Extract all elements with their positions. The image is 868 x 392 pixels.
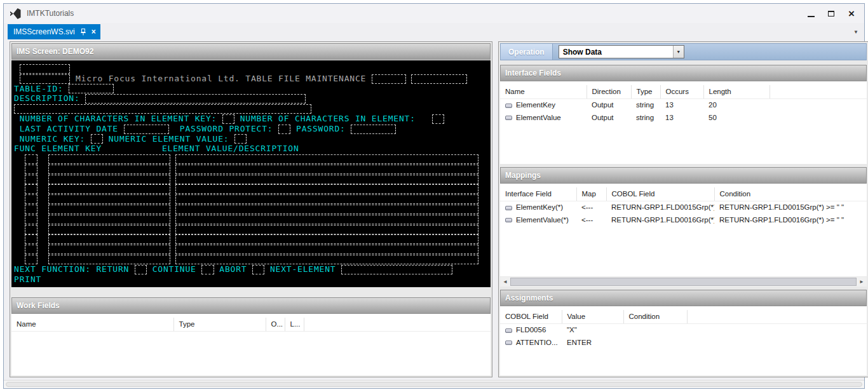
table-row[interactable]: ATTENTIO... ENTER bbox=[500, 336, 867, 349]
screen-input-field[interactable] bbox=[175, 225, 478, 234]
minimize-button[interactable] bbox=[801, 4, 821, 23]
table-row[interactable]: ElementKey(*) <--- RETURN-GRP1.FLD0015Gr… bbox=[500, 201, 867, 213]
column-header-direction[interactable]: Direction bbox=[587, 85, 631, 98]
scrollbar-thumb[interactable] bbox=[510, 278, 857, 286]
screen-input-field[interactable] bbox=[201, 265, 214, 274]
column-header-type[interactable]: Type bbox=[173, 318, 266, 331]
screen-input-field[interactable] bbox=[175, 215, 478, 224]
column-header-occurs[interactable]: O... bbox=[266, 318, 285, 331]
screen-input-field[interactable] bbox=[48, 154, 170, 164]
screen-input-field[interactable] bbox=[234, 134, 247, 144]
scrollbar-thumb[interactable] bbox=[6, 382, 862, 387]
operation-combobox[interactable]: Show Data ▼ bbox=[559, 45, 684, 58]
screen-input-field[interactable] bbox=[25, 154, 37, 164]
screen-input-field[interactable] bbox=[252, 265, 264, 274]
table-row[interactable]: ElementKey Output string 13 20 bbox=[500, 98, 867, 111]
screen-input-field[interactable] bbox=[85, 94, 306, 104]
screen-input-field[interactable] bbox=[175, 245, 478, 254]
screen-input-field[interactable] bbox=[91, 134, 103, 144]
pin-icon[interactable] bbox=[80, 29, 86, 36]
table-row[interactable]: ElementValue Output string 13 50 bbox=[500, 111, 867, 124]
column-header-condition[interactable]: Condition bbox=[623, 310, 687, 323]
screen-input-field[interactable] bbox=[25, 245, 37, 254]
screen-input-field[interactable] bbox=[175, 165, 478, 174]
screen-input-field[interactable] bbox=[20, 74, 71, 84]
screen-input-field[interactable] bbox=[175, 205, 478, 214]
screen-input-field[interactable] bbox=[69, 84, 114, 93]
screen-line bbox=[14, 204, 489, 214]
tab-overflow-chevron-icon[interactable]: ▼ bbox=[853, 29, 858, 35]
screen-input-field[interactable] bbox=[25, 205, 37, 214]
cell-length: 50 bbox=[703, 111, 770, 124]
screen-input-field[interactable] bbox=[48, 234, 170, 244]
cell-cobol-field: RETURN-GRP1.FLD0016Grp(*) bbox=[606, 213, 714, 226]
screen-input-field[interactable] bbox=[25, 225, 37, 234]
screen-input-field[interactable] bbox=[48, 255, 170, 264]
screen-input-field[interactable] bbox=[48, 215, 170, 224]
screen-input-field[interactable] bbox=[25, 165, 37, 174]
screen-input-field[interactable] bbox=[372, 74, 406, 84]
column-header-length[interactable]: Length bbox=[703, 85, 770, 98]
maximize-button[interactable] bbox=[821, 4, 841, 23]
screen-input-field[interactable] bbox=[25, 194, 37, 204]
screen-input-field[interactable] bbox=[278, 125, 290, 134]
screen-text: NUMERIC KEY: bbox=[20, 134, 91, 144]
column-header-name[interactable]: Name bbox=[11, 318, 173, 331]
screen-input-field[interactable] bbox=[14, 104, 311, 114]
screen-gap bbox=[170, 254, 176, 264]
screen-input-field[interactable] bbox=[25, 175, 37, 184]
scroll-left-icon[interactable]: ◄ bbox=[500, 277, 510, 287]
column-header-cobol-field[interactable]: COBOL Field bbox=[500, 310, 562, 323]
scroll-right-icon[interactable]: ► bbox=[857, 277, 867, 287]
screen-input-field[interactable] bbox=[48, 225, 170, 234]
combobox-dropdown-button[interactable]: ▼ bbox=[673, 46, 684, 58]
screen-input-field[interactable] bbox=[48, 175, 170, 184]
screen-input-field[interactable] bbox=[351, 125, 396, 134]
column-header-cobol-field[interactable]: COBOL Field bbox=[606, 187, 714, 201]
screen-input-field[interactable] bbox=[25, 184, 37, 194]
column-header-map[interactable]: Map bbox=[576, 187, 606, 201]
screen-input-field[interactable] bbox=[175, 255, 478, 264]
column-header-type[interactable]: Type bbox=[631, 85, 660, 98]
column-header-name[interactable]: Name bbox=[500, 85, 587, 98]
screen-input-field[interactable] bbox=[25, 215, 37, 224]
column-header-value[interactable]: Value bbox=[562, 310, 623, 323]
screen-input-field[interactable] bbox=[411, 74, 467, 84]
screen-input-field[interactable] bbox=[135, 265, 147, 274]
screen-input-field[interactable] bbox=[25, 234, 37, 244]
tab-imsscreenws[interactable]: IMSScreenWS.svi × bbox=[8, 24, 100, 39]
screen-input-field[interactable] bbox=[341, 265, 452, 274]
screen-gap bbox=[37, 224, 48, 234]
screen-line: NUMERIC KEY: NUMERIC ELEMENT VALUE: bbox=[14, 134, 489, 144]
ims-terminal-screen[interactable]: Micro Focus International Ltd. TABLE FIL… bbox=[11, 60, 491, 287]
screen-input-field[interactable] bbox=[175, 234, 478, 244]
screen-input-field[interactable] bbox=[175, 175, 478, 184]
screen-input-field[interactable] bbox=[48, 205, 170, 214]
tab-close-icon[interactable]: × bbox=[92, 28, 96, 36]
screen-input-field[interactable] bbox=[124, 125, 169, 134]
column-header-occurs[interactable]: Occurs bbox=[660, 85, 703, 98]
column-header-condition[interactable]: Condition bbox=[714, 187, 867, 201]
close-button[interactable]: × bbox=[841, 4, 862, 23]
screen-input-field[interactable] bbox=[48, 194, 170, 204]
screen-input-field[interactable] bbox=[48, 245, 170, 254]
screen-input-field[interactable] bbox=[25, 255, 37, 264]
screen-input-field[interactable] bbox=[432, 114, 444, 124]
screen-input-field[interactable] bbox=[222, 114, 234, 124]
screen-text: NUMBER OF CHARACTERS IN ELEMENT KEY: bbox=[20, 114, 222, 123]
screen-input-field[interactable] bbox=[48, 184, 170, 194]
bottom-scrollbar[interactable] bbox=[4, 380, 864, 388]
table-row[interactable]: ElementValue(*) <--- RETURN-GRP1.FLD0016… bbox=[500, 213, 867, 226]
table-row[interactable]: FLD0056 "X" bbox=[500, 323, 867, 336]
screen-input-field[interactable] bbox=[175, 194, 478, 204]
cell-cobol-field: FLD0056 bbox=[500, 323, 562, 336]
mappings-horizontal-scrollbar[interactable]: ◄ ► bbox=[500, 277, 867, 287]
screen-text: ELEMENT VALUE/DESCRIPTION bbox=[162, 144, 299, 153]
screen-input-field[interactable] bbox=[20, 64, 71, 74]
column-header-interface-field[interactable]: Interface Field bbox=[500, 187, 576, 201]
screen-input-field[interactable] bbox=[175, 154, 478, 164]
screen-input-field[interactable] bbox=[48, 165, 170, 174]
column-header-length[interactable]: L... bbox=[285, 318, 304, 331]
screen-input-field[interactable] bbox=[175, 184, 478, 194]
screen-gap bbox=[170, 214, 176, 224]
